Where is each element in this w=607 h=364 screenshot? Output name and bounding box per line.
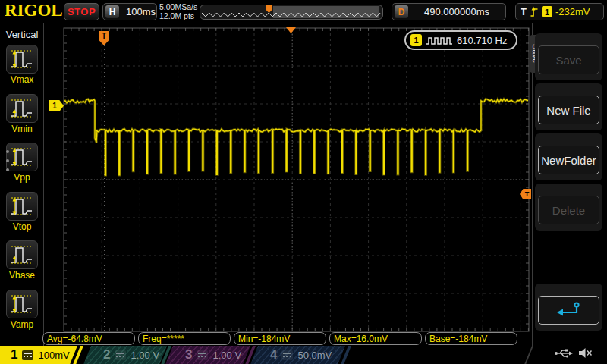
delay-value: 490.000000ms bbox=[424, 6, 489, 17]
menu-title: Vertical bbox=[0, 29, 44, 40]
return-arrow-icon bbox=[554, 301, 584, 319]
acquisition-info: 5.00MSa/s 12.0M pts bbox=[159, 2, 205, 20]
pager-dot bbox=[6, 159, 9, 162]
counter-channel-badge: 1 bbox=[410, 34, 422, 46]
square-wave-icon bbox=[426, 36, 453, 46]
sidebar-item-vtop[interactable]: Vtop bbox=[0, 192, 44, 232]
left-softkey-menu: Vertical VmaxVminVppVtopVbaseVamp bbox=[0, 23, 44, 346]
usb-icon bbox=[554, 347, 574, 359]
sidebar-item-label: Vtop bbox=[0, 221, 44, 232]
vtop-icon bbox=[6, 192, 38, 221]
sidebar-item-vmin[interactable]: Vmin bbox=[0, 94, 44, 134]
new-file-button[interactable]: New File bbox=[538, 96, 599, 124]
save-button[interactable]: Save bbox=[538, 46, 599, 74]
coupling-dc-icon bbox=[115, 350, 126, 360]
measurement-base: Base=-184mV bbox=[425, 332, 517, 345]
horizontal-timebase-box[interactable]: H 100ms bbox=[102, 3, 157, 20]
rising-edge-icon bbox=[530, 5, 539, 18]
channel-number: 3 bbox=[185, 346, 192, 364]
counter-value: 610.710 Hz bbox=[457, 35, 508, 46]
channel-number: 4 bbox=[270, 346, 277, 364]
vamp-icon bbox=[6, 290, 38, 318]
frequency-counter: 1 610.710 Hz bbox=[404, 30, 517, 50]
vpp-icon bbox=[6, 143, 38, 171]
trigger-label: T bbox=[521, 6, 527, 17]
channel-bar-divider bbox=[524, 346, 533, 364]
coupling-dc-icon bbox=[197, 350, 208, 360]
overview-waveform bbox=[200, 5, 382, 19]
horizontal-label: H bbox=[105, 5, 119, 18]
timebase-value: 100ms bbox=[126, 6, 156, 17]
waveform-overview-bar[interactable] bbox=[200, 5, 383, 20]
measurement-freq: Freq=***** bbox=[138, 332, 231, 345]
delete-button[interactable]: Delete bbox=[538, 196, 599, 224]
run-state-label: STOP bbox=[68, 6, 96, 17]
channel-4-block[interactable]: 450.0mV bbox=[250, 346, 345, 364]
sidebar-item-label: Vamp bbox=[0, 319, 44, 330]
waveform-display bbox=[0, 0, 607, 364]
channel-number: 1 bbox=[11, 346, 17, 364]
sidebar-item-vbase[interactable]: Vbase bbox=[0, 240, 44, 281]
coupling-dc-icon bbox=[22, 350, 33, 360]
trigger-source-badge: 1 bbox=[542, 6, 552, 17]
vbase-icon bbox=[6, 240, 38, 269]
top-status-bar: RIGOL STOP H 100ms 5.00MSa/s 12.0M pts D… bbox=[0, 0, 607, 23]
sidebar-item-label: Vpp bbox=[0, 172, 44, 183]
channel-2-block[interactable]: 21.00 V bbox=[83, 346, 167, 364]
sample-rate: 5.00MSa/s bbox=[159, 2, 205, 11]
measurement-max: Max=16.0mV bbox=[329, 332, 422, 345]
sidebar-item-vamp[interactable]: Vamp bbox=[0, 290, 44, 330]
run-state-indicator[interactable]: STOP bbox=[64, 3, 99, 20]
rigol-logo: RIGOL bbox=[5, 1, 63, 20]
channel-3-block[interactable]: 31.00 V bbox=[165, 346, 250, 364]
status-icons bbox=[554, 347, 593, 359]
memory-depth: 12.0M pts bbox=[159, 11, 205, 20]
channel-scale: 1.00 V bbox=[131, 350, 159, 361]
delay-box[interactable]: D 490.000000ms bbox=[392, 3, 506, 20]
pager-dot bbox=[6, 150, 9, 153]
channel-1-block[interactable]: 1100mV bbox=[0, 346, 77, 364]
speaker-muted-icon bbox=[578, 347, 593, 359]
channel-status-bar: 1100mV21.00 V31.00 V450.0mV bbox=[0, 346, 607, 364]
sidebar-item-vpp[interactable]: Vpp bbox=[0, 143, 44, 183]
channel-scale: 1.00 V bbox=[212, 350, 241, 361]
measurement-min: Min=-184mV bbox=[234, 332, 326, 345]
measurement-avg: Avg=-64.8mV bbox=[42, 332, 135, 345]
sidebar-item-label: Vmin bbox=[0, 124, 44, 134]
channel-scale: 100mV bbox=[38, 350, 69, 361]
sidebar-item-label: Vmax bbox=[0, 74, 44, 85]
sidebar-item-label: Vbase bbox=[0, 270, 44, 281]
sidebar-item-vmax[interactable]: Vmax bbox=[0, 45, 44, 85]
channel-scale: 50.0mV bbox=[297, 350, 332, 361]
trigger-level-value: -232mV bbox=[555, 6, 590, 17]
vmax-icon bbox=[6, 45, 38, 74]
coupling-dc-icon bbox=[281, 350, 293, 360]
vmin-icon bbox=[6, 94, 38, 123]
newfolder-button[interactable]: NewFolder bbox=[538, 146, 599, 174]
pager-dot bbox=[6, 168, 9, 171]
channel-number: 2 bbox=[103, 346, 110, 364]
delay-label: D bbox=[395, 5, 408, 18]
trigger-box[interactable]: T 1 -232mV bbox=[515, 3, 604, 20]
return-button[interactable] bbox=[538, 296, 599, 325]
